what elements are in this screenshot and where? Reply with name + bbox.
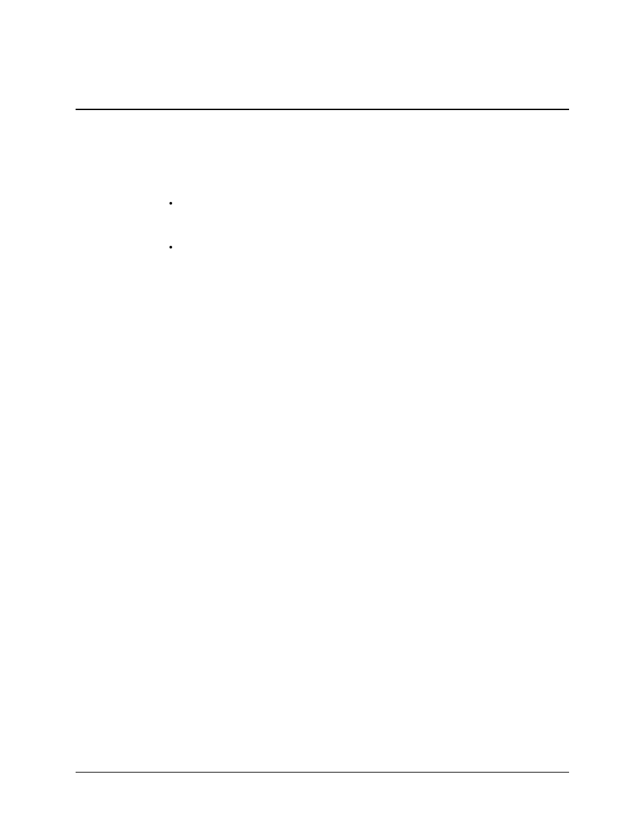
- horizontal-rule-bottom: [76, 772, 569, 773]
- horizontal-rule-top: [76, 109, 569, 110]
- bullet-list: [159, 196, 180, 284]
